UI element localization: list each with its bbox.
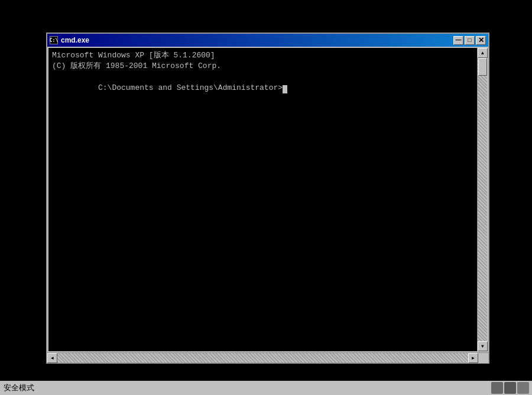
window-title: cmd.exe [61,36,453,44]
horizontal-scrollbar-bar: ◄ ► [47,352,488,362]
scroll-track-h[interactable] [57,353,468,362]
scroll-down-button[interactable]: ▼ [478,341,488,351]
tray-icon-1[interactable] [491,382,503,394]
scroll-right-button[interactable]: ► [468,353,478,363]
tray-icon-2[interactable] [504,382,516,394]
status-bar: 安全模式 [0,381,532,395]
scroll-corner [478,353,488,363]
status-text: 安全模式 [4,383,34,393]
scroll-left-button[interactable]: ◄ [47,353,57,363]
console-line-2: (C) 版权所有 1985-2001 Microsoft Corp. [52,61,473,72]
close-button[interactable]: ✕ [476,36,486,45]
system-tray [488,381,532,395]
desktop: C:\ cmd.exe — □ ✕ Microsoft Windows XP [… [0,0,532,395]
cmd-icon: C:\ [50,36,58,44]
tray-icon-3[interactable] [517,382,529,394]
title-bar-buttons: — □ ✕ [453,36,486,45]
vertical-scrollbar: ▲ ▼ [477,48,487,351]
console-area[interactable]: Microsoft Windows XP [版本 5.1.2600] (C) 版… [48,48,477,351]
scroll-up-button[interactable]: ▲ [478,48,488,58]
minimize-button[interactable]: — [453,36,463,45]
console-line-1: Microsoft Windows XP [版本 5.1.2600] [52,50,473,61]
scroll-track-v[interactable] [478,58,487,341]
cmd-window: C:\ cmd.exe — □ ✕ Microsoft Windows XP [… [46,33,489,364]
maximize-button[interactable]: □ [465,36,475,45]
window-body: Microsoft Windows XP [版本 5.1.2600] (C) 版… [47,47,488,352]
scroll-thumb-v[interactable] [478,58,487,76]
console-prompt: C:\Documents and Settings\Administrator> [52,72,473,104]
cursor [283,85,287,93]
title-bar: C:\ cmd.exe — □ ✕ [47,34,488,47]
